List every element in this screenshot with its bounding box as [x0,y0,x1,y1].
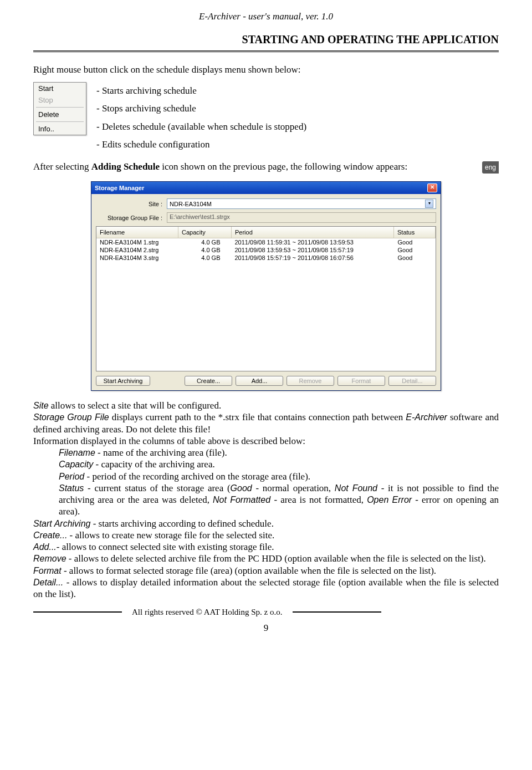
cell-period: 2011/09/08 11:59:31 ~ 2011/09/08 13:59:5… [232,238,394,247]
storage-manager-window: Storage Manager ✕ Site : NDR-EA3104M ▾ S… [91,181,441,391]
text: - allows to display detailed information… [33,577,499,599]
term-create: Create... [33,531,67,540]
term-e-archiver: E-Archiver [406,412,447,422]
term-start-archiving: Start Archiving [33,519,90,528]
cell-status: Good [394,238,436,247]
term-site: Site [33,401,49,410]
followup-post: icon shown on the previous page, the fol… [160,161,407,172]
footer: All rights reserved © AAT Holding Sp. z … [33,608,499,617]
cell-capacity: 4.0 GB [178,246,232,254]
cell-period: 2011/09/08 15:57:19 ~ 2011/09/08 16:07:5… [232,254,394,262]
cell-filename: NDR-EA3104M 3.strg [96,254,178,262]
text: - area is not formatted, [274,494,367,505]
start-archiving-button[interactable]: Start Archiving [96,376,150,386]
term-open-error: Open Error [367,495,412,504]
storage-table: Filename Capacity Period Status NDR-EA31… [96,226,436,371]
site-select-value: NDR-EA3104M [170,201,212,207]
language-tab: eng [482,161,499,174]
format-button[interactable]: Format [337,376,385,386]
text: displays current path to the *.strx file… [109,412,406,422]
term-format: Format [33,566,62,575]
add-button[interactable]: Add... [236,376,283,386]
table-row[interactable]: NDR-EA3104M 1.strg4.0 GB2011/09/08 11:59… [96,238,436,247]
window-title: Storage Manager [95,185,144,191]
text: - starts archiving according to defined … [90,518,273,529]
intro-text: Right mouse button click on the schedule… [33,64,499,75]
window-titlebar: Storage Manager ✕ [91,182,441,194]
cell-period: 2011/09/08 13:59:53 ~ 2011/09/08 15:57:1… [232,246,394,254]
menu-item-info[interactable]: Info.. [34,123,86,135]
term-storage-group-file: Storage Group File [33,412,109,422]
term-not-found: Not Found [335,483,377,493]
close-icon[interactable]: ✕ [427,183,437,192]
menu-separator [36,121,84,122]
group-file-field: E:\archiwer\test1.strgx [167,212,436,223]
group-file-label: Storage Group File : [96,215,167,221]
text: - capacity of the archiving area. [93,459,214,470]
term-not-formatted: Not Formatted [213,495,274,504]
doc-header: E-Archiver - user's manual, ver. 1.0 [33,11,499,22]
text: - name of the archiving area (file). [95,447,227,458]
col-period[interactable]: Period [232,227,394,238]
cell-capacity: 4.0 GB [178,238,232,247]
section-title: STARTING AND OPERATING THE APPLICATION [33,33,499,46]
cell-filename: NDR-EA3104M 1.strg [96,238,178,247]
detail-button[interactable]: Detail... [388,376,436,386]
body-text: Site allows to select a site that will b… [33,400,499,600]
desc-start: - Starts archiving schedule [96,82,499,100]
cell-filename: NDR-EA3104M 2.strg [96,246,178,254]
menu-separator [36,107,84,108]
desc-delete: - Deletes schedule (available when sched… [96,118,499,136]
term-filename: Filename [59,448,95,457]
term-period: Period [59,472,84,481]
page-number: 9 [33,623,499,634]
menu-descriptions: - Starts archiving schedule - Stops arch… [96,82,499,154]
chevron-down-icon[interactable]: ▾ [425,200,433,208]
text: - allows to connect selected site with e… [57,542,274,552]
term-add: Add... [33,542,57,552]
table-row[interactable]: NDR-EA3104M 2.strg4.0 GB2011/09/08 13:59… [96,246,436,254]
footer-rights: All rights reserved © AAT Holding Sp. z … [132,608,283,617]
site-label: Site : [96,201,167,207]
cell-capacity: 4.0 GB [178,254,232,262]
text: allows to select a site that will be con… [49,400,222,411]
text: - period of the recording archived on th… [84,471,310,482]
text: - allows to format selected storage file… [62,565,436,576]
menu-item-start[interactable]: Start [34,83,86,94]
cell-status: Good [394,246,436,254]
divider [33,50,499,54]
site-select[interactable]: NDR-EA3104M ▾ [167,198,436,209]
table-row[interactable]: NDR-EA3104M 3.strg4.0 GB2011/09/08 15:57… [96,254,436,262]
text: - normal operation, [252,483,335,493]
term-capacity: Capacity [59,460,93,469]
remove-button[interactable]: Remove [287,376,334,386]
create-button[interactable]: Create... [185,376,232,386]
followup-pre: After selecting [33,161,91,172]
term-status: Status [59,483,84,493]
followup-bold: Adding Schedule [91,161,160,172]
context-menu: Start Stop Delete Info.. [33,82,86,135]
footer-rule-left [33,611,122,613]
desc-stop: - Stops archiving schedule [96,100,499,118]
text: - allows to delete selected archive file… [66,553,486,564]
col-capacity[interactable]: Capacity [178,227,232,238]
footer-rule-right [293,611,381,613]
col-filename[interactable]: Filename [96,227,178,238]
followup-text: After selecting Adding Schedule icon sho… [33,161,475,172]
text: - current status of the storage area ( [84,483,230,493]
text: Information displayed in the columns of … [33,435,499,447]
term-detail: Detail... [33,578,63,587]
term-remove: Remove [33,554,66,563]
text: - allows to create new storage file for … [67,530,274,540]
desc-info: - Edits schedule configuration [96,136,499,154]
cell-status: Good [394,254,436,262]
col-status[interactable]: Status [394,227,436,238]
term-good: Good [231,483,252,493]
menu-item-delete[interactable]: Delete [34,109,86,120]
menu-item-stop[interactable]: Stop [34,94,86,106]
